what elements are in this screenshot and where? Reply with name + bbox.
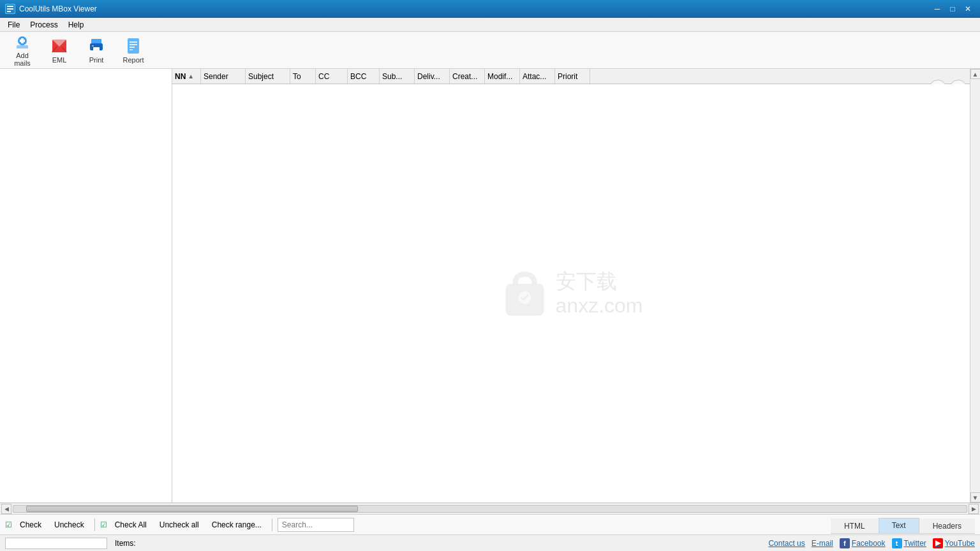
email-list-area: NN ▲ Sender Subject To CC BCC	[172, 69, 970, 503]
scroll-thumb	[26, 506, 358, 512]
menu-bar: File Process Help	[0, 18, 980, 32]
col-header-nn[interactable]: NN ▲	[172, 69, 201, 84]
menu-help[interactable]: Help	[63, 19, 89, 31]
svg-rect-12	[93, 47, 100, 52]
scroll-left-button[interactable]: ◀	[1, 504, 11, 514]
tab-text[interactable]: Text	[879, 518, 919, 533]
svg-rect-19	[506, 284, 544, 316]
add-mails-label: Add mails	[7, 52, 38, 67]
right-links: Contact us E-mail f Facebook t Twitter ▶…	[768, 538, 975, 548]
left-sidebar	[0, 69, 172, 503]
svg-rect-7	[17, 45, 28, 48]
app-icon	[5, 4, 15, 14]
svg-rect-18	[130, 49, 133, 50]
items-label: Items:	[115, 539, 136, 548]
check-range-button[interactable]: Check range...	[207, 518, 267, 531]
col-header-subject[interactable]: Subject	[246, 69, 290, 84]
scroll-down-button[interactable]: ▼	[970, 492, 981, 503]
svg-point-20	[519, 291, 531, 304]
uncheck-all-button[interactable]: Uncheck all	[154, 518, 204, 531]
contact-us-link[interactable]: Contact us	[768, 539, 805, 548]
progress-bar	[5, 538, 107, 549]
bottom-toolbar: ☑ Check Uncheck ☑ Check All Uncheck all …	[0, 514, 980, 534]
separator-1	[94, 518, 95, 531]
preview-tabs: HTML Text Headers	[831, 516, 975, 534]
print-icon	[87, 37, 105, 55]
col-header-modif[interactable]: Modif...	[485, 69, 520, 84]
watermark: 安下载 anxz.com	[500, 268, 643, 319]
scroll-track[interactable]	[13, 505, 967, 513]
svg-rect-6	[20, 40, 25, 42]
svg-rect-2	[7, 6, 13, 7]
eml-icon	[50, 37, 68, 55]
col-header-prior[interactable]: Priorit	[555, 69, 590, 84]
youtube-icon: ▶	[933, 538, 943, 548]
sort-arrow-nn: ▲	[188, 73, 194, 80]
check-all-icon: ☑	[100, 520, 107, 529]
svg-rect-16	[130, 44, 137, 45]
menu-file[interactable]: File	[3, 19, 25, 31]
col-header-creat[interactable]: Creat...	[450, 69, 485, 84]
status-bar: Items: Contact us E-mail f Facebook t Tw…	[0, 534, 980, 551]
col-header-attac[interactable]: Attac...	[520, 69, 555, 84]
check-all-button[interactable]: Check All	[110, 518, 152, 531]
toolbar: Add mails EML Print	[0, 32, 980, 69]
window-controls: ─ □ ✕	[930, 3, 975, 15]
tab-headers[interactable]: Headers	[919, 518, 975, 533]
panel-layout: NN ▲ Sender Subject To CC BCC	[0, 69, 980, 503]
uncheck-button[interactable]: Uncheck	[49, 518, 89, 531]
menu-process[interactable]: Process	[25, 19, 63, 31]
col-header-deliv[interactable]: Deliv...	[415, 69, 450, 84]
report-icon	[124, 37, 142, 55]
bottom-horizontal-scrollbar: ◀ ▶	[0, 503, 980, 514]
check-icon: ☑	[5, 520, 12, 529]
svg-rect-14	[128, 38, 139, 54]
window-title: CoolUtils MBox Viewer	[19, 4, 930, 13]
report-label: Report	[122, 56, 144, 64]
separator-2	[272, 518, 272, 531]
maximize-button[interactable]: □	[946, 3, 960, 15]
main-content: ∇ ▷ NN ▲ Sender Subject To	[0, 69, 980, 551]
check-button[interactable]: Check	[15, 518, 47, 531]
svg-rect-1	[7, 8, 13, 10]
report-button[interactable]: Report	[116, 34, 151, 66]
col-header-to[interactable]: To	[290, 69, 316, 84]
scroll-right-button[interactable]: ▶	[969, 504, 979, 514]
tab-html[interactable]: HTML	[831, 518, 879, 533]
svg-rect-15	[130, 41, 137, 43]
facebook-link[interactable]: f Facebook	[840, 538, 886, 548]
col-header-sender[interactable]: Sender	[201, 69, 246, 84]
twitter-link[interactable]: t Twitter	[892, 538, 926, 548]
svg-rect-13	[92, 45, 94, 47]
close-button[interactable]: ✕	[961, 3, 975, 15]
svg-rect-17	[130, 47, 135, 48]
email-link[interactable]: E-mail	[812, 539, 833, 548]
scroll-up-button[interactable]: ▲	[970, 69, 981, 79]
search-input[interactable]	[278, 518, 354, 532]
eml-button[interactable]: EML	[42, 34, 77, 66]
svg-rect-3	[7, 11, 11, 12]
email-column-headers: NN ▲ Sender Subject To CC BCC	[172, 69, 970, 84]
eml-label: EML	[52, 56, 67, 64]
col-header-sub[interactable]: Sub...	[380, 69, 415, 84]
twitter-icon: t	[892, 538, 902, 548]
email-list-body: 安下载 anxz.com	[172, 84, 970, 503]
print-button[interactable]: Print	[79, 34, 114, 66]
add-mails-icon	[13, 34, 31, 50]
facebook-icon: f	[840, 538, 850, 548]
print-label: Print	[89, 56, 104, 64]
title-bar: CoolUtils MBox Viewer ─ □ ✕	[0, 0, 980, 18]
left-status: Items:	[5, 538, 136, 549]
youtube-link[interactable]: ▶ YouTube	[933, 538, 975, 548]
watermark-text: 安下载 anxz.com	[556, 269, 643, 318]
col-header-bcc[interactable]: BCC	[348, 69, 380, 84]
right-scrollbar: ▲ ▼	[970, 69, 980, 503]
minimize-button[interactable]: ─	[930, 3, 944, 15]
col-header-cc[interactable]: CC	[316, 69, 348, 84]
add-mails-button[interactable]: Add mails	[5, 34, 40, 66]
